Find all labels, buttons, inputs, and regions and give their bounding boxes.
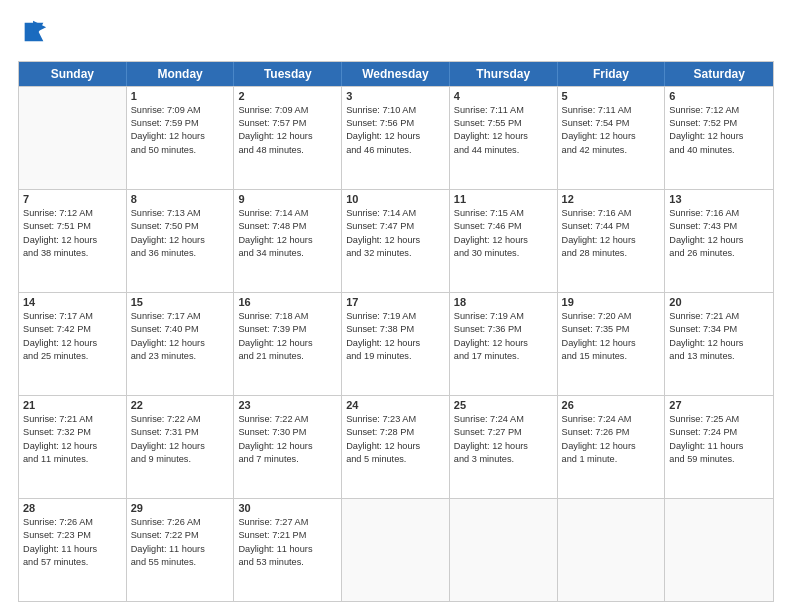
cell-line: Sunrise: 7:22 AM: [131, 413, 230, 426]
cell-line: Daylight: 12 hours: [23, 337, 122, 350]
calendar-day-14: 14Sunrise: 7:17 AMSunset: 7:42 PMDayligh…: [19, 293, 127, 395]
cell-line: Daylight: 11 hours: [669, 440, 769, 453]
calendar-day-26: 26Sunrise: 7:24 AMSunset: 7:26 PMDayligh…: [558, 396, 666, 498]
day-number: 21: [23, 399, 122, 411]
day-number: 15: [131, 296, 230, 308]
cell-line: Daylight: 12 hours: [23, 234, 122, 247]
cell-line: Sunset: 7:28 PM: [346, 426, 445, 439]
cell-line: Sunset: 7:32 PM: [23, 426, 122, 439]
day-number: 3: [346, 90, 445, 102]
day-number: 23: [238, 399, 337, 411]
cell-line: and 32 minutes.: [346, 247, 445, 260]
cell-line: Sunset: 7:35 PM: [562, 323, 661, 336]
cell-line: Sunset: 7:38 PM: [346, 323, 445, 336]
cell-line: Sunset: 7:56 PM: [346, 117, 445, 130]
cell-line: and 57 minutes.: [23, 556, 122, 569]
cell-line: Daylight: 12 hours: [131, 130, 230, 143]
day-number: 9: [238, 193, 337, 205]
cell-line: Daylight: 12 hours: [562, 234, 661, 247]
cell-line: and 21 minutes.: [238, 350, 337, 363]
calendar-day-29: 29Sunrise: 7:26 AMSunset: 7:22 PMDayligh…: [127, 499, 235, 601]
calendar-row-2: 14Sunrise: 7:17 AMSunset: 7:42 PMDayligh…: [19, 292, 773, 395]
cell-line: Sunset: 7:55 PM: [454, 117, 553, 130]
cell-line: Sunrise: 7:26 AM: [131, 516, 230, 529]
day-number: 2: [238, 90, 337, 102]
cell-line: Sunset: 7:21 PM: [238, 529, 337, 542]
day-number: 28: [23, 502, 122, 514]
cell-line: Sunrise: 7:21 AM: [669, 310, 769, 323]
cell-line: Sunrise: 7:09 AM: [131, 104, 230, 117]
cell-line: Sunset: 7:40 PM: [131, 323, 230, 336]
day-number: 29: [131, 502, 230, 514]
cell-line: Daylight: 12 hours: [562, 130, 661, 143]
cell-line: Daylight: 12 hours: [346, 130, 445, 143]
cell-line: Daylight: 12 hours: [238, 234, 337, 247]
cell-line: Sunrise: 7:26 AM: [23, 516, 122, 529]
calendar-day-27: 27Sunrise: 7:25 AMSunset: 7:24 PMDayligh…: [665, 396, 773, 498]
cell-line: Sunrise: 7:09 AM: [238, 104, 337, 117]
day-number: 19: [562, 296, 661, 308]
weekday-header-friday: Friday: [558, 62, 666, 86]
cell-line: Sunrise: 7:14 AM: [238, 207, 337, 220]
cell-line: Sunrise: 7:14 AM: [346, 207, 445, 220]
day-number: 10: [346, 193, 445, 205]
cell-line: Daylight: 12 hours: [238, 130, 337, 143]
calendar-day-15: 15Sunrise: 7:17 AMSunset: 7:40 PMDayligh…: [127, 293, 235, 395]
cell-line: Sunset: 7:57 PM: [238, 117, 337, 130]
cell-line: and 30 minutes.: [454, 247, 553, 260]
day-number: 4: [454, 90, 553, 102]
weekday-header-monday: Monday: [127, 62, 235, 86]
cell-line: Daylight: 12 hours: [346, 234, 445, 247]
calendar-day-6: 6Sunrise: 7:12 AMSunset: 7:52 PMDaylight…: [665, 87, 773, 189]
cell-line: Sunset: 7:39 PM: [238, 323, 337, 336]
empty-cell-4-5: [558, 499, 666, 601]
weekday-header-thursday: Thursday: [450, 62, 558, 86]
calendar-row-3: 21Sunrise: 7:21 AMSunset: 7:32 PMDayligh…: [19, 395, 773, 498]
cell-line: Sunrise: 7:24 AM: [454, 413, 553, 426]
cell-line: Daylight: 12 hours: [669, 130, 769, 143]
day-number: 27: [669, 399, 769, 411]
calendar-day-1: 1Sunrise: 7:09 AMSunset: 7:59 PMDaylight…: [127, 87, 235, 189]
calendar-day-16: 16Sunrise: 7:18 AMSunset: 7:39 PMDayligh…: [234, 293, 342, 395]
calendar-day-19: 19Sunrise: 7:20 AMSunset: 7:35 PMDayligh…: [558, 293, 666, 395]
cell-line: and 26 minutes.: [669, 247, 769, 260]
calendar-body: 1Sunrise: 7:09 AMSunset: 7:59 PMDaylight…: [19, 86, 773, 601]
cell-line: Daylight: 12 hours: [454, 130, 553, 143]
cell-line: Sunset: 7:42 PM: [23, 323, 122, 336]
calendar: SundayMondayTuesdayWednesdayThursdayFrid…: [18, 61, 774, 602]
cell-line: and 28 minutes.: [562, 247, 661, 260]
cell-line: and 53 minutes.: [238, 556, 337, 569]
cell-line: Sunrise: 7:18 AM: [238, 310, 337, 323]
page: SundayMondayTuesdayWednesdayThursdayFrid…: [0, 0, 792, 612]
empty-cell-4-6: [665, 499, 773, 601]
cell-line: Daylight: 11 hours: [238, 543, 337, 556]
cell-line: Sunset: 7:43 PM: [669, 220, 769, 233]
cell-line: Sunset: 7:59 PM: [131, 117, 230, 130]
cell-line: Daylight: 12 hours: [454, 440, 553, 453]
cell-line: Sunrise: 7:16 AM: [562, 207, 661, 220]
calendar-day-8: 8Sunrise: 7:13 AMSunset: 7:50 PMDaylight…: [127, 190, 235, 292]
calendar-day-22: 22Sunrise: 7:22 AMSunset: 7:31 PMDayligh…: [127, 396, 235, 498]
cell-line: and 48 minutes.: [238, 144, 337, 157]
calendar-header-row: SundayMondayTuesdayWednesdayThursdayFrid…: [19, 62, 773, 86]
cell-line: Daylight: 12 hours: [23, 440, 122, 453]
cell-line: Sunrise: 7:21 AM: [23, 413, 122, 426]
weekday-header-tuesday: Tuesday: [234, 62, 342, 86]
calendar-day-18: 18Sunrise: 7:19 AMSunset: 7:36 PMDayligh…: [450, 293, 558, 395]
calendar-day-10: 10Sunrise: 7:14 AMSunset: 7:47 PMDayligh…: [342, 190, 450, 292]
day-number: 25: [454, 399, 553, 411]
empty-cell-0-0: [19, 87, 127, 189]
calendar-day-28: 28Sunrise: 7:26 AMSunset: 7:23 PMDayligh…: [19, 499, 127, 601]
cell-line: Daylight: 12 hours: [669, 234, 769, 247]
cell-line: Sunrise: 7:23 AM: [346, 413, 445, 426]
cell-line: and 11 minutes.: [23, 453, 122, 466]
cell-line: Sunset: 7:36 PM: [454, 323, 553, 336]
cell-line: and 42 minutes.: [562, 144, 661, 157]
day-number: 22: [131, 399, 230, 411]
cell-line: and 40 minutes.: [669, 144, 769, 157]
day-number: 11: [454, 193, 553, 205]
cell-line: Daylight: 12 hours: [131, 234, 230, 247]
cell-line: Sunrise: 7:17 AM: [23, 310, 122, 323]
day-number: 1: [131, 90, 230, 102]
calendar-day-30: 30Sunrise: 7:27 AMSunset: 7:21 PMDayligh…: [234, 499, 342, 601]
